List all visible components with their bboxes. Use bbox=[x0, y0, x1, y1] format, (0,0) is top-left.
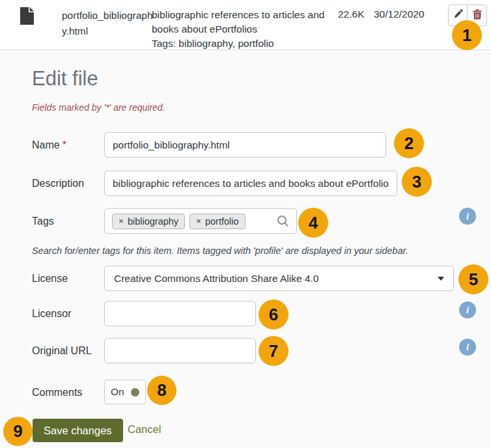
tag-label: portfolio bbox=[205, 216, 239, 227]
step-badge-7: 7 bbox=[259, 336, 288, 366]
remove-tag-icon[interactable]: × bbox=[119, 216, 124, 226]
original-url-input[interactable] bbox=[104, 338, 256, 363]
required-marker: * bbox=[63, 139, 66, 150]
description-input[interactable] bbox=[104, 171, 397, 196]
tag-chip-portfolio: × portfolio bbox=[189, 214, 245, 229]
original-url-label: Original URL bbox=[32, 338, 92, 363]
licensor-label: Licensor bbox=[32, 301, 71, 326]
edit-file-page: portfolio_bibliography.html bibliographi… bbox=[0, 0, 491, 448]
step-badge-2: 2 bbox=[394, 128, 424, 158]
step-badge-5: 5 bbox=[458, 264, 488, 294]
step-badge-3: 3 bbox=[402, 167, 432, 197]
tag-chip-bibliography: × bibliography bbox=[112, 214, 185, 229]
remove-tag-icon[interactable]: × bbox=[196, 216, 201, 226]
step-badge-4: 4 bbox=[298, 208, 328, 238]
tags-info-icon[interactable]: i bbox=[459, 208, 476, 225]
toggle-knob bbox=[131, 388, 139, 397]
tags-input[interactable]: × bibliography × portfolio bbox=[104, 208, 297, 234]
tags-label: Tags bbox=[32, 208, 54, 234]
name-label: Name* bbox=[32, 132, 66, 158]
original-url-info-icon[interactable]: i bbox=[459, 339, 476, 356]
step-badge-1: 1 bbox=[452, 20, 482, 50]
tag-label: bibliography bbox=[128, 216, 178, 227]
file-description-block: bibliographic references to articles and… bbox=[152, 8, 334, 51]
step-badge-9: 9 bbox=[3, 417, 33, 446]
search-icon[interactable] bbox=[277, 215, 289, 227]
file-icon bbox=[20, 7, 34, 27]
licensor-info-icon[interactable]: i bbox=[459, 301, 476, 318]
step-badge-6: 6 bbox=[259, 300, 288, 329]
page-title: Edit file bbox=[32, 67, 98, 91]
license-label: License bbox=[32, 266, 68, 291]
licensor-input[interactable] bbox=[104, 301, 256, 326]
file-name: portfolio_bibliography.html bbox=[62, 8, 156, 39]
save-changes-button[interactable]: Save changes bbox=[33, 419, 123, 442]
file-size: 22.6K bbox=[338, 8, 365, 20]
comments-label: Comments bbox=[32, 380, 82, 405]
toggle-state-label: On bbox=[111, 386, 124, 398]
step-badge-8: 8 bbox=[147, 376, 176, 405]
chevron-down-icon bbox=[438, 277, 444, 281]
required-fields-note: Fields marked by '*' are required. bbox=[32, 102, 165, 113]
file-date: 30/12/2020 bbox=[374, 8, 425, 20]
trash-icon bbox=[473, 9, 482, 22]
file-description: bibliographic references to articles and… bbox=[152, 8, 334, 36]
name-input[interactable] bbox=[104, 132, 386, 158]
tags-help-text: Search for/enter tags for this item. Ite… bbox=[32, 245, 408, 256]
cancel-link[interactable]: Cancel bbox=[128, 423, 161, 436]
license-select[interactable]: Creative Commons Attribution Share Alike… bbox=[104, 266, 454, 291]
pencil-icon bbox=[453, 9, 463, 21]
license-selected-value: Creative Commons Attribution Share Alike… bbox=[114, 273, 318, 285]
comments-toggle[interactable]: On bbox=[104, 380, 146, 404]
description-label: Description bbox=[32, 171, 84, 196]
file-tags-line: Tags: bibliography, portfolio bbox=[152, 36, 334, 51]
